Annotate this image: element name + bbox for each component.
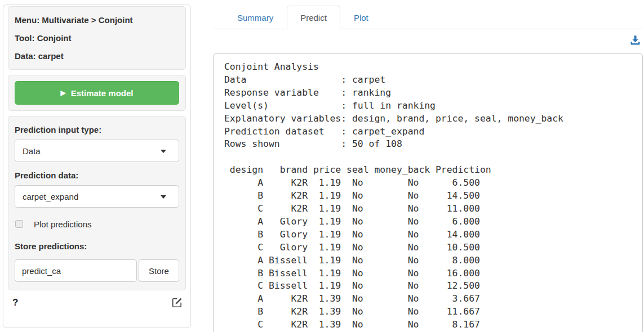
prediction-form-well: Prediction input type: Data Prediction d… — [8, 116, 186, 290]
edit-icon[interactable] — [172, 297, 183, 308]
data-label: Data: carpet — [15, 52, 179, 60]
prediction-input-type-value: Data — [23, 146, 41, 156]
estimate-model-button[interactable]: ▶ Estimate model — [15, 81, 179, 105]
prediction-input-type-select[interactable]: Data — [15, 140, 179, 162]
tool-label: Tool: Conjoint — [15, 34, 179, 42]
estimate-model-label: Estimate model — [71, 88, 134, 98]
output-pre: Conjoint Analysis Data : carpet Response… — [224, 61, 632, 331]
sidebar-panel: Menu: Multivariate > Conjoint Tool: Conj… — [3, 5, 191, 328]
chevron-down-icon — [161, 150, 166, 156]
prediction-input-type-label: Prediction input type: — [15, 125, 179, 134]
menu-breadcrumb: Menu: Multivariate > Conjoint — [15, 16, 179, 24]
prediction-data-select[interactable]: carpet_expand — [15, 185, 179, 208]
tab-predict[interactable]: Predict — [287, 6, 340, 29]
prediction-output-box: Conjoint Analysis Data : carpet Response… — [213, 53, 643, 332]
store-predictions-row: Store — [15, 259, 179, 282]
play-icon: ▶ — [60, 89, 65, 96]
main-panel: Summary Predict Plot Conjoint Analysis D… — [213, 0, 643, 332]
prediction-data-label: Prediction data: — [15, 171, 179, 180]
plot-predictions-row: Plot predictions — [15, 219, 179, 228]
plot-predictions-checkbox[interactable] — [15, 220, 23, 228]
store-button[interactable]: Store — [139, 259, 179, 282]
store-predictions-input[interactable] — [15, 259, 137, 282]
estimate-well: ▶ Estimate model — [8, 75, 186, 111]
tab-plot[interactable]: Plot — [340, 6, 382, 29]
tab-summary[interactable]: Summary — [224, 6, 287, 29]
store-predictions-label: Store predictions: — [15, 242, 179, 250]
context-info-well: Menu: Multivariate > Conjoint Tool: Conj… — [8, 6, 186, 70]
plot-predictions-label[interactable]: Plot predictions — [34, 219, 92, 229]
chevron-down-icon — [161, 195, 166, 201]
tab-bar: Summary Predict Plot — [213, 0, 643, 29]
download-button[interactable] — [630, 35, 641, 46]
download-icon — [630, 35, 641, 46]
prediction-data-value: carpet_expand — [23, 192, 78, 201]
sidebar-footer: ? — [12, 297, 183, 308]
help-icon[interactable]: ? — [12, 298, 18, 307]
